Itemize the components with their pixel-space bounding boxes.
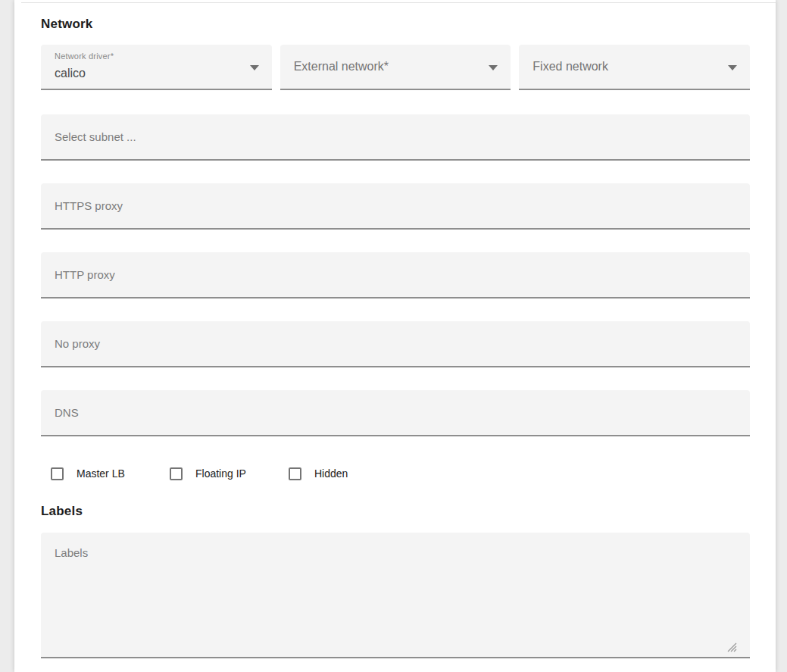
chevron-down-icon [489,65,498,70]
fixed-network-label: Fixed network [532,60,608,73]
labels-section-title: Labels [41,504,750,519]
network-driver-value: calico [55,67,86,80]
checkbox-row: Master LB Floating IP Hidden [51,467,750,480]
external-network-label: External network* [294,60,389,73]
panel-top-divider [21,2,776,3]
chevron-down-icon [250,65,259,70]
floating-ip-label: Floating IP [195,467,246,480]
hidden-checkbox[interactable] [289,467,301,480]
network-select-row: Network driver* calico External network*… [41,45,750,90]
master-lb-label: Master LB [77,467,125,480]
form-content: Network Network driver* calico External … [14,0,750,658]
labels-textarea-wrap [41,533,750,658]
hidden-checkbox-group[interactable]: Hidden [289,467,408,480]
https-proxy-input[interactable] [41,183,750,230]
master-lb-checkbox[interactable] [51,467,64,480]
network-driver-label: Network driver* [55,52,114,61]
no-proxy-input[interactable] [41,321,750,367]
hidden-label: Hidden [314,467,348,480]
form-panel: Network Network driver* calico External … [14,0,776,672]
floating-ip-checkbox[interactable] [170,467,183,480]
chevron-down-icon [728,65,737,70]
external-network-select[interactable]: External network* [280,45,511,90]
floating-ip-checkbox-group[interactable]: Floating IP [170,467,289,480]
network-driver-select[interactable]: Network driver* calico [41,45,272,90]
http-proxy-input[interactable] [41,252,750,298]
dns-input[interactable] [41,390,750,436]
labels-textarea[interactable] [41,533,750,658]
fixed-network-select[interactable]: Fixed network [519,45,750,90]
master-lb-checkbox-group[interactable]: Master LB [51,467,170,480]
subnet-select-input[interactable] [41,114,750,161]
network-section-title: Network [41,17,750,32]
